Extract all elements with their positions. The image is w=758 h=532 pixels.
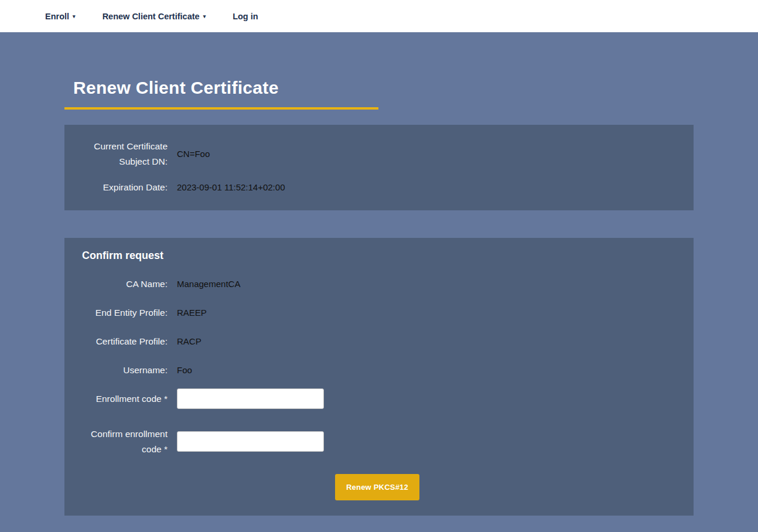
enrollment-code-input[interactable] — [177, 388, 324, 409]
ca-name-row: CA Name: ManagementCA — [78, 274, 676, 294]
title-underline — [64, 107, 378, 110]
expiration-date-row: Expiration Date: 2023-09-01 11:52:14+02:… — [78, 177, 676, 197]
nav-enroll[interactable]: Enroll ▾ — [45, 12, 76, 21]
main-content: Renew Client Certificate Current Certifi… — [0, 78, 758, 516]
enrollment-code-label: Enrollment code * — [78, 391, 168, 407]
subject-dn-row: Current Certificate Subject DN: CN=Foo — [78, 139, 676, 169]
top-navigation-bar: Enroll ▾ Renew Client Certificate ▾ Log … — [0, 0, 758, 32]
confirm-request-panel: Confirm request CA Name: ManagementCA En… — [64, 238, 694, 516]
confirm-request-heading: Confirm request — [78, 250, 676, 262]
page-title: Renew Client Certificate — [64, 78, 694, 98]
chevron-down-icon: ▾ — [203, 13, 206, 19]
username-label: Username: — [78, 363, 168, 378]
ca-name-value: ManagementCA — [177, 279, 676, 289]
nav-enroll-label: Enroll — [45, 12, 69, 21]
end-entity-profile-row: End Entity Profile: RAEEP — [78, 302, 676, 323]
certificate-profile-row: Certificate Profile: RACP — [78, 331, 676, 352]
username-value: Foo — [177, 365, 676, 375]
end-entity-profile-value: RAEEP — [177, 308, 676, 318]
expiration-date-value: 2023-09-01 11:52:14+02:00 — [177, 182, 676, 192]
certificate-profile-value: RACP — [177, 336, 676, 346]
subject-dn-label: Current Certificate Subject DN: — [78, 139, 168, 169]
nav-renew-client-certificate[interactable]: Renew Client Certificate ▾ — [103, 12, 206, 21]
nav-log-in[interactable]: Log in — [233, 12, 258, 21]
button-row: Renew PKCS#12 — [78, 474, 676, 500]
enrollment-code-row: Enrollment code * — [78, 388, 676, 409]
nav-renew-label: Renew Client Certificate — [103, 12, 200, 21]
nav-login-label: Log in — [233, 12, 258, 21]
subject-dn-value: CN=Foo — [177, 149, 676, 159]
expiration-date-label: Expiration Date: — [78, 180, 168, 195]
confirm-enrollment-code-label: Confirm enrollment code * — [78, 427, 168, 456]
certificate-profile-label: Certificate Profile: — [78, 334, 168, 349]
confirm-enrollment-code-row: Confirm enrollment code * — [78, 427, 676, 456]
renew-pkcs12-button[interactable]: Renew PKCS#12 — [335, 474, 419, 500]
username-row: Username: Foo — [78, 360, 676, 380]
confirm-enrollment-code-input[interactable] — [177, 431, 324, 452]
ca-name-label: CA Name: — [78, 277, 168, 292]
current-certificate-panel: Current Certificate Subject DN: CN=Foo E… — [64, 125, 694, 210]
end-entity-profile-label: End Entity Profile: — [78, 305, 168, 320]
chevron-down-icon: ▾ — [73, 13, 76, 19]
